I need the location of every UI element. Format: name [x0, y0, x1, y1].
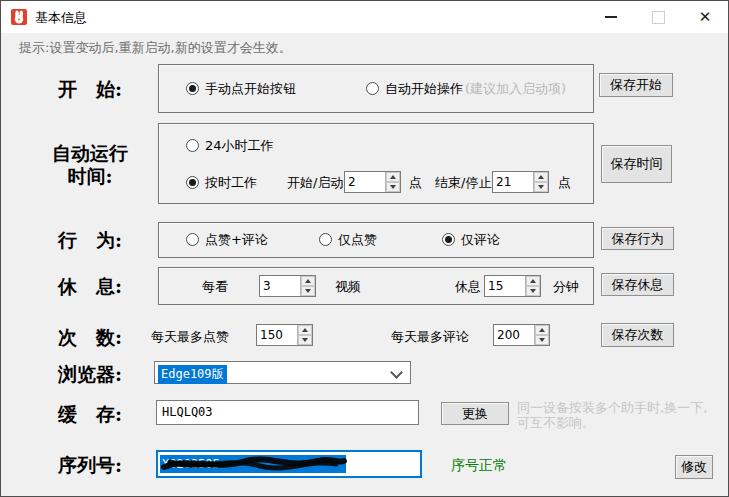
maximize-button[interactable]	[638, 1, 678, 33]
spin-up-icon[interactable]	[301, 276, 315, 286]
max-likes-spinner[interactable]: 150	[256, 324, 313, 346]
max-comments-arrows	[534, 325, 549, 345]
cache-row-label: 缓 存:	[37, 402, 143, 428]
spin-down-icon[interactable]	[301, 286, 315, 296]
radio-auto-start[interactable]	[366, 82, 379, 95]
spin-up-icon[interactable]	[386, 172, 400, 182]
begin-time-value[interactable]: 2	[345, 172, 385, 192]
rest-unit: 分钟	[553, 278, 579, 296]
close-icon: ✕	[699, 10, 712, 25]
end-time-unit: 点	[558, 174, 571, 192]
browser-select[interactable]: Edge109版	[154, 361, 411, 384]
radio-24h-label[interactable]: 24小时工作	[205, 137, 274, 155]
rest-minutes-value[interactable]: 15	[485, 276, 525, 296]
rest-label: 休息	[455, 278, 481, 296]
rest-minutes-spinner[interactable]: 15	[484, 275, 541, 297]
end-time-value[interactable]: 21	[493, 172, 533, 192]
browser-selected-value: Edge109版	[158, 365, 227, 384]
radio-comment-only-label[interactable]: 仅评论	[461, 231, 500, 249]
window-title: 基本信息	[35, 9, 87, 27]
time-row-label-line2: 时间:	[37, 164, 143, 190]
begin-time-label: 开始/启动	[287, 174, 343, 192]
serial-input[interactable]: X0202505	[156, 450, 422, 478]
serial-row-label: 序列号:	[37, 453, 143, 479]
time-group: 24小时工作 按时工作 开始/启动 2 点 结束/停止 21 点	[158, 123, 594, 204]
counts-row-label: 次 数:	[37, 325, 143, 351]
max-comments-value[interactable]: 200	[494, 325, 534, 345]
watch-unit: 视频	[335, 278, 361, 296]
max-comments-spinner[interactable]: 200	[493, 324, 550, 346]
app-logo-icon	[11, 9, 27, 25]
rest-row-label: 休 息:	[37, 274, 143, 300]
hint-text: 提示:设置变动后,重新启动,新的设置才会生效。	[19, 39, 292, 57]
radio-comment-only[interactable]	[442, 233, 455, 246]
change-cache-button[interactable]: 更换	[441, 402, 509, 425]
radio-like-only[interactable]	[319, 233, 332, 246]
title-bar: 基本信息 ✕	[1, 1, 728, 33]
begin-time-spinner[interactable]: 2	[344, 171, 401, 193]
save-time-button[interactable]: 保存时间	[601, 145, 672, 183]
end-time-label: 结束/停止	[435, 174, 491, 192]
start-group: 手动点开始按钮 自动开始操作 (建议加入启动项)	[158, 64, 594, 113]
begin-time-unit: 点	[409, 174, 422, 192]
radio-24h[interactable]	[186, 139, 199, 152]
maximize-icon	[652, 11, 665, 24]
radio-manual-start-label[interactable]: 手动点开始按钮	[205, 80, 296, 98]
watch-count-arrows	[300, 276, 315, 296]
edit-serial-button[interactable]: 修改	[675, 455, 713, 479]
end-time-spinner[interactable]: 21	[492, 171, 549, 193]
auto-start-note: (建议加入启动项)	[465, 80, 566, 98]
spin-down-icon[interactable]	[386, 182, 400, 192]
spin-down-icon[interactable]	[534, 182, 548, 192]
spin-down-icon[interactable]	[298, 335, 312, 345]
max-likes-label: 每天最多点赞	[151, 328, 229, 346]
app-window: 基本信息 ✕ 提示:设置变动后,重新启动,新的设置才会生效。 开 始: 手动点开…	[0, 0, 729, 497]
cache-note-line2: 可互不影响。	[517, 414, 595, 432]
max-likes-value[interactable]: 150	[257, 325, 297, 345]
spin-up-icon[interactable]	[526, 276, 540, 286]
max-comments-label: 每天最多评论	[391, 328, 469, 346]
cache-input[interactable]: HLQLQ03	[156, 400, 419, 425]
spin-up-icon[interactable]	[535, 325, 549, 335]
serial-redaction-scribble	[158, 452, 368, 476]
radio-schedule-label[interactable]: 按时工作	[205, 174, 257, 192]
minimize-icon	[605, 16, 617, 18]
behavior-row-label: 行 为:	[37, 228, 143, 254]
radio-manual-start[interactable]	[186, 82, 199, 95]
spin-up-icon[interactable]	[534, 172, 548, 182]
radio-like-comment-label[interactable]: 点赞+评论	[205, 231, 268, 249]
close-button[interactable]: ✕	[685, 1, 725, 33]
start-row-label: 开 始:	[37, 77, 143, 103]
save-rest-button[interactable]: 保存休息	[601, 273, 674, 296]
begin-time-arrows	[385, 172, 400, 192]
max-likes-arrows	[297, 325, 312, 345]
save-start-button[interactable]: 保存开始	[599, 73, 673, 97]
rest-minutes-arrows	[525, 276, 540, 296]
spin-down-icon[interactable]	[535, 335, 549, 345]
minimize-button[interactable]	[591, 1, 631, 33]
watch-count-value[interactable]: 3	[260, 276, 300, 296]
serial-status: 序号正常	[451, 457, 507, 475]
radio-like-only-label[interactable]: 仅点赞	[338, 231, 377, 249]
save-counts-button[interactable]: 保存次数	[601, 323, 674, 347]
watch-count-spinner[interactable]: 3	[259, 275, 316, 297]
spin-down-icon[interactable]	[526, 286, 540, 296]
save-behavior-button[interactable]: 保存行为	[601, 227, 674, 250]
radio-like-comment[interactable]	[186, 233, 199, 246]
chevron-down-icon	[390, 366, 403, 379]
end-time-arrows	[533, 172, 548, 192]
rest-group: 每看 3 视频 休息 15 分钟	[158, 267, 594, 305]
spin-up-icon[interactable]	[298, 325, 312, 335]
watch-label: 每看	[202, 278, 228, 296]
browser-row-label: 浏览器:	[37, 362, 143, 388]
radio-schedule[interactable]	[186, 176, 199, 189]
radio-auto-start-label[interactable]: 自动开始操作	[385, 80, 463, 98]
behavior-group: 点赞+评论 仅点赞 仅评论	[158, 222, 594, 258]
